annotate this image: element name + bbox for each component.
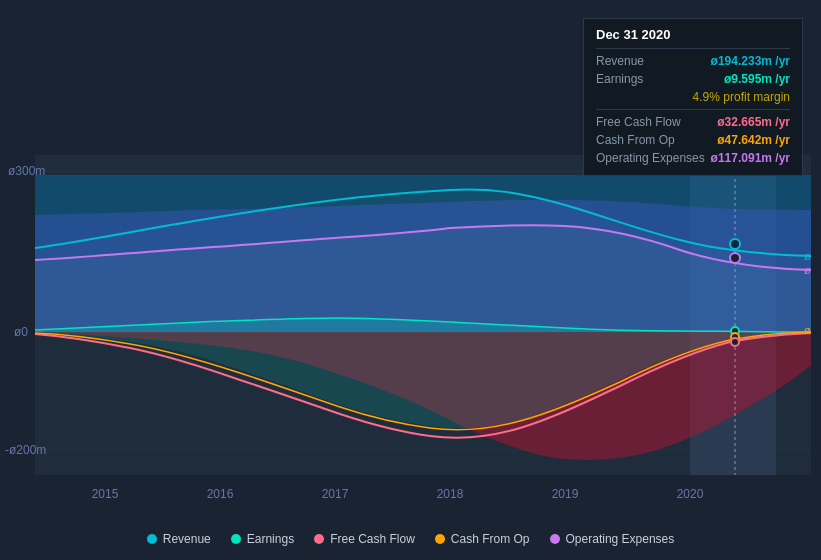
- tooltip-cashop-value: ø47.642m /yr: [717, 133, 790, 147]
- opex-end-label: ø: [804, 264, 811, 276]
- tooltip-box: Dec 31 2020 Revenue ø194.233m /yr Earnin…: [583, 18, 803, 176]
- tooltip-opex-value: ø117.091m /yr: [711, 151, 790, 165]
- tooltip-opex-label: Operating Expenses: [596, 151, 705, 165]
- tooltip-cashop-row: Cash From Op ø47.642m /yr: [596, 131, 790, 149]
- legend-item-revenue[interactable]: Revenue: [147, 532, 211, 546]
- x-label-2019: 2019: [552, 487, 579, 501]
- tooltip-revenue-label: Revenue: [596, 54, 644, 68]
- legend-label-cashop: Cash From Op: [451, 532, 530, 546]
- opex-cursor-dot: [730, 253, 740, 263]
- legend-dot-earnings: [231, 534, 241, 544]
- tooltip-revenue-value: ø194.233m /yr: [711, 54, 790, 68]
- revenue-cursor-dot: [730, 239, 740, 249]
- tooltip-margin-value: 4.9% profit margin: [693, 90, 790, 104]
- tooltip-earnings-value: ø9.595m /yr: [724, 72, 790, 86]
- tooltip-revenue-row: Revenue ø194.233m /yr: [596, 52, 790, 70]
- legend-item-fcf[interactable]: Free Cash Flow: [314, 532, 415, 546]
- y-label-0: ø0: [14, 325, 28, 339]
- tooltip-fcf-row: Free Cash Flow ø32.665m /yr: [596, 113, 790, 131]
- legend-dot-opex: [550, 534, 560, 544]
- tooltip-opex-row: Operating Expenses ø117.091m /yr: [596, 149, 790, 167]
- chart-legend: Revenue Earnings Free Cash Flow Cash Fro…: [0, 532, 821, 546]
- tooltip-fcf-label: Free Cash Flow: [596, 115, 681, 129]
- cashop-end-label: ø: [804, 324, 811, 336]
- x-label-2016: 2016: [207, 487, 234, 501]
- fcf-cursor-dot: [731, 338, 739, 346]
- legend-dot-revenue: [147, 534, 157, 544]
- legend-label-revenue: Revenue: [163, 532, 211, 546]
- tooltip-date: Dec 31 2020: [596, 27, 790, 42]
- legend-item-opex[interactable]: Operating Expenses: [550, 532, 675, 546]
- x-label-2018: 2018: [437, 487, 464, 501]
- y-label-neg200: -ø200m: [5, 443, 46, 457]
- legend-dot-fcf: [314, 534, 324, 544]
- tooltip-earnings-label: Earnings: [596, 72, 643, 86]
- x-label-2017: 2017: [322, 487, 349, 501]
- tooltip-fcf-value: ø32.665m /yr: [717, 115, 790, 129]
- legend-item-cashop[interactable]: Cash From Op: [435, 532, 530, 546]
- legend-dot-cashop: [435, 534, 445, 544]
- tooltip-cashop-label: Cash From Op: [596, 133, 675, 147]
- tooltip-earnings-row: Earnings ø9.595m /yr: [596, 70, 790, 88]
- tooltip-margin-row: 4.9% profit margin: [596, 88, 790, 106]
- legend-label-fcf: Free Cash Flow: [330, 532, 415, 546]
- chart-container: Dec 31 2020 Revenue ø194.233m /yr Earnin…: [0, 0, 821, 560]
- revenue-end-label: ø: [804, 250, 811, 262]
- legend-item-earnings[interactable]: Earnings: [231, 532, 294, 546]
- legend-label-opex: Operating Expenses: [566, 532, 675, 546]
- x-label-2015: 2015: [92, 487, 119, 501]
- legend-label-earnings: Earnings: [247, 532, 294, 546]
- x-label-2020: 2020: [677, 487, 704, 501]
